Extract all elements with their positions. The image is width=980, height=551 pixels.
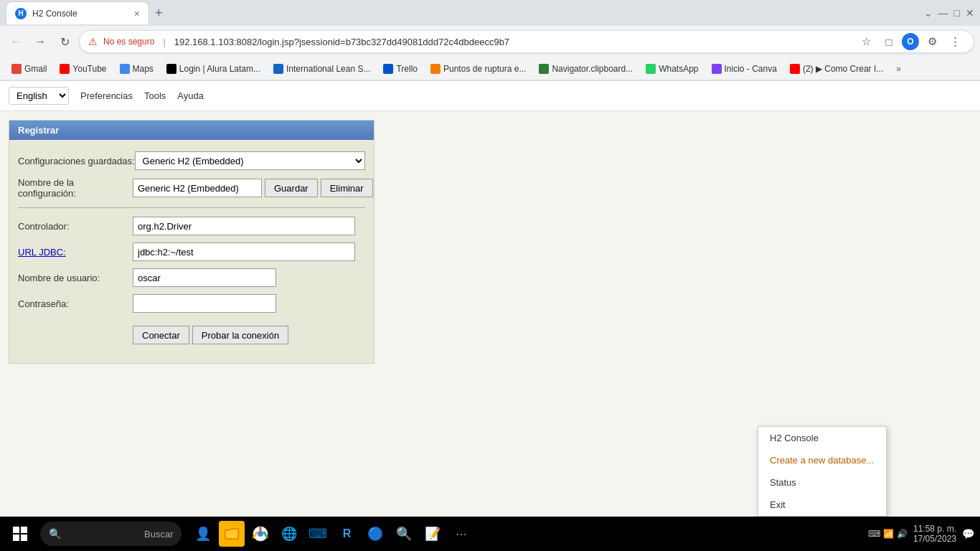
driver-control <box>133 217 365 235</box>
taskbar-search[interactable]: 🔍 Buscar <box>40 522 182 546</box>
maximize-button[interactable]: □ <box>954 7 960 19</box>
address-bar-row: ← → ↻ ⚠ No es seguro | 192.168.1.103:808… <box>0 26 980 57</box>
taskbar-file-explorer-icon[interactable] <box>219 521 245 547</box>
saved-config-select[interactable]: Generic H2 (Embedded) Generic H2 (Server… <box>135 151 365 170</box>
tab-bar: H H2 Console × + ⌄ — □ ✕ <box>0 0 980 26</box>
username-input[interactable] <box>133 268 276 287</box>
start-button[interactable] <box>6 519 34 548</box>
bookmark-como[interactable]: (2) ▶ Como Crear I... <box>784 62 889 75</box>
bookmark-canva[interactable]: Inicio - Canva <box>706 62 783 75</box>
connect-button[interactable]: Conectar <box>133 326 189 344</box>
password-input[interactable] <box>133 294 276 313</box>
context-menu-h2console[interactable]: H2 Console <box>758 427 886 449</box>
form-actions: Conectar Probar la conexión <box>133 326 288 344</box>
bookmark-star-icon[interactable]: ☆ <box>856 32 876 52</box>
taskbar-search-input[interactable] <box>67 529 138 540</box>
password-label: Contraseña: <box>18 298 133 309</box>
time-display: 11:58 p. m. <box>913 524 956 534</box>
username-row: Nombre de usuario: <box>18 268 365 287</box>
taskbar-volume-icon[interactable]: 🔊 <box>897 529 908 539</box>
taskbar-vscode-icon[interactable]: ⌨ <box>305 521 331 547</box>
maps-favicon <box>120 64 130 74</box>
address-bar-icons: ☆ □ O ⚙ ⋮ <box>856 32 965 52</box>
split-screen-icon[interactable]: □ <box>879 32 899 52</box>
profile-icon[interactable]: O <box>902 33 919 50</box>
more-bookmarks-button[interactable]: » <box>892 62 905 75</box>
como-favicon <box>790 64 800 74</box>
tools-link[interactable]: Tools <box>144 90 166 101</box>
new-tab-button[interactable]: + <box>155 6 163 21</box>
jdbc-url-label[interactable]: URL JDBC: <box>18 247 133 258</box>
page-toolbar: EnglishEspañolDeutschFrançais Preferenci… <box>0 81 980 111</box>
bookmark-youtube[interactable]: YouTube <box>54 62 112 75</box>
taskbar-wifi-icon[interactable]: ⋯ <box>448 521 474 547</box>
taskbar-rstudio-icon[interactable]: R <box>334 521 359 547</box>
canva-favicon <box>712 64 722 74</box>
date-display: 17/05/2023 <box>913 534 956 544</box>
save-button[interactable]: Guardar <box>265 179 318 197</box>
language-select[interactable]: EnglishEspañolDeutschFrançais <box>9 87 69 105</box>
refresh-button[interactable]: ↻ <box>55 32 75 52</box>
bookmark-whatsapp-label: WhatsApp <box>659 64 698 74</box>
bookmark-como-label: (2) ▶ Como Crear I... <box>803 64 883 74</box>
delete-button[interactable]: Eliminar <box>321 179 373 197</box>
forward-button[interactable]: → <box>30 32 50 52</box>
context-menu-exit[interactable]: Exit <box>758 494 886 516</box>
config-name-control: Guardar Eliminar <box>133 179 373 197</box>
taskbar-person-icon[interactable]: 👤 <box>190 521 216 547</box>
address-bar[interactable]: ⚠ No es seguro | 192.168.1.103:8082/logi… <box>79 30 974 53</box>
taskbar-keyboard-icon[interactable]: ⌨ <box>868 529 880 539</box>
form-actions-row: Conectar Probar la conexión <box>18 320 365 344</box>
tab-bar-controls: ⌄ — □ ✕ <box>924 7 974 19</box>
extensions-icon[interactable]: ⚙ <box>922 32 942 52</box>
taskbar-pinned-icons: 👤 🌐 ⌨ R 🔵 🔍 📝 ⋯ <box>190 521 474 547</box>
minimize-button[interactable]: — <box>938 7 948 19</box>
test-connection-button[interactable]: Probar la conexión <box>192 326 288 344</box>
taskbar-time[interactable]: 11:58 p. m. 17/05/2023 <box>913 524 956 544</box>
taskbar-globe-icon[interactable]: 🔵 <box>362 521 388 547</box>
bookmark-youtube-label: YouTube <box>72 64 106 74</box>
bookmark-maps[interactable]: Maps <box>114 62 159 75</box>
bookmark-nav[interactable]: Navigator.clipboard... <box>533 62 639 75</box>
bookmark-whatsapp[interactable]: WhatsApp <box>640 62 704 75</box>
context-menu-create-db[interactable]: Create a new database... <box>758 449 886 471</box>
preferences-link[interactable]: Preferencias <box>80 90 133 101</box>
security-icon: ⚠ <box>88 36 98 47</box>
password-row: Contraseña: <box>18 294 365 313</box>
taskbar-chrome-icon[interactable] <box>248 521 273 547</box>
tab-list-button[interactable]: ⌄ <box>924 7 933 19</box>
bookmark-intlean[interactable]: International Lean S... <box>268 62 376 75</box>
form-header: Registrar <box>9 121 374 140</box>
tab-title: H2 Console <box>32 9 128 19</box>
jdbc-url-input[interactable] <box>133 242 355 261</box>
config-name-input[interactable] <box>133 179 262 197</box>
bookmark-gmail[interactable]: Gmail <box>6 62 52 75</box>
notification-icon[interactable]: 💬 <box>962 528 974 540</box>
bookmark-alura[interactable]: Login | Alura Latam... <box>161 62 266 75</box>
chrome-logo-icon <box>253 526 268 542</box>
taskbar: 🔍 Buscar 👤 🌐 ⌨ R 🔵 <box>0 517 980 551</box>
username-label: Nombre de usuario: <box>18 273 133 283</box>
jdbc-url-control <box>133 242 365 261</box>
puntos-favicon <box>430 64 440 74</box>
bookmark-alura-label: Login | Alura Latam... <box>179 64 260 74</box>
active-tab[interactable]: H H2 Console × <box>6 1 149 24</box>
close-window-button[interactable]: ✕ <box>966 7 974 19</box>
menu-icon[interactable]: ⋮ <box>945 32 965 52</box>
bookmark-puntos[interactable]: Puntos de ruptura e... <box>425 62 532 75</box>
whatsapp-favicon <box>646 64 656 74</box>
taskbar-vscode2-icon[interactable]: 📝 <box>420 521 446 547</box>
tab-favicon: H <box>15 8 27 19</box>
driver-label: Controlador: <box>18 221 133 232</box>
gmail-favicon <box>11 64 22 74</box>
driver-input[interactable] <box>133 217 355 235</box>
taskbar-network-icon[interactable]: 📶 <box>883 529 894 539</box>
trello-favicon <box>383 64 393 74</box>
bookmark-trello[interactable]: Trello <box>377 62 423 75</box>
taskbar-edge-icon[interactable]: 🌐 <box>276 521 302 547</box>
context-menu-status[interactable]: Status <box>758 471 886 494</box>
tab-close-button[interactable]: × <box>134 8 140 19</box>
back-button[interactable]: ← <box>6 32 26 52</box>
help-link[interactable]: Ayuda <box>177 90 204 101</box>
taskbar-magnifier-icon[interactable]: 🔍 <box>391 521 417 547</box>
